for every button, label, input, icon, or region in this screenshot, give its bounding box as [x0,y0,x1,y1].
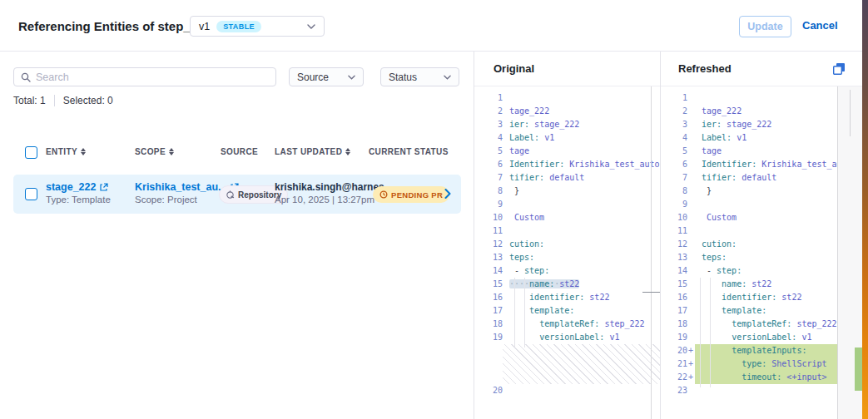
sort-icon [169,148,174,155]
diff-add-mark [687,131,695,145]
scrollbar-track[interactable] [651,86,652,419]
diff-add-mark [687,251,695,264]
page-edge-background [862,0,868,419]
highlighted-text: ····name:·st22 [509,279,579,288]
line-number: 7 [660,171,687,185]
code-line: 5tage [474,145,660,158]
code-line: 6Identifier: Krishika_test_auto [474,158,660,171]
code-text [503,384,660,397]
line-number: 11 [660,224,687,238]
code-line: 15····name:·st22 [474,278,660,291]
table-row[interactable]: stage_222 Type: Template Krishika_test_a… [13,175,461,214]
chevron-down-icon [307,24,315,29]
referencing-entities-drawer: Referencing Entities of step_222 v1 STAB… [0,0,868,419]
code-line: 12cution: [474,238,660,251]
sort-icon [345,148,350,155]
overview-ruler[interactable] [837,86,862,419]
clock-icon [379,190,388,199]
line-number: 10 [474,211,503,224]
indent-guide [710,278,711,387]
divider [54,95,55,106]
line-number: 19 [474,331,503,344]
chevron-down-icon [444,75,451,80]
line-number: 12 [660,238,687,251]
entity-cell: stage_222 Type: Template [46,181,111,206]
code-text: teps: [503,251,660,264]
copy-icon[interactable] [832,62,847,76]
refreshed-editor[interactable]: 12tage_2223ier: stage_2224Label: v15tage… [660,86,868,419]
code-text: ····name:·st22 [503,278,660,291]
line-number: 5 [474,145,503,158]
stable-badge: STABLE [216,21,261,32]
line-number: 18 [660,318,687,331]
diff-add-mark: + [687,344,695,357]
code-line: 13teps: [474,251,660,264]
line-number: 13 [474,251,503,264]
source-filter-dropdown[interactable]: Source [289,67,364,86]
code-text: Custom [503,211,660,224]
refreshed-pane-title: Refreshed [678,62,732,75]
code-text: Identifier: Krishika_test_auto [503,158,660,171]
entity-link[interactable]: stage_222 [46,181,111,194]
code-text: tage_222 [503,105,660,118]
diff-add-mark [687,185,695,198]
code-line: 20 [474,384,660,397]
row-expand-chevron[interactable] [439,185,456,202]
row-checkbox[interactable] [25,188,37,200]
version-select[interactable]: v1 STABLE [190,16,325,37]
diff-add-mark [687,331,695,344]
cancel-button[interactable]: Cancel [802,19,838,32]
diff-body: 12tage_2223ier: stage_2224Label: v15tage… [474,86,868,419]
drawer-header: Referencing Entities of step_222 v1 STAB… [0,0,868,52]
indent-guide [514,278,515,348]
search-icon [21,72,31,82]
indent-guide [700,278,701,387]
code-line: 9 [474,198,660,211]
code-text [503,224,660,238]
version-label: v1 [199,21,210,32]
search-input[interactable] [36,71,269,83]
line-number: 21 [660,357,687,371]
selected-count: Selected: 0 [63,95,113,106]
diff-add-mark [687,105,695,118]
column-header-entity[interactable]: ENTITY [46,147,86,156]
update-button[interactable]: Update [739,16,791,37]
diff-add-mark [687,264,695,278]
code-text: templateRef: step_222 [503,318,660,331]
code-text: tage [503,145,660,158]
line-number: 9 [660,198,687,211]
original-pane-title: Original [494,62,534,75]
code-line: 8 } [474,185,660,198]
scrollbar-thumb[interactable] [850,90,851,136]
original-editor[interactable]: 12tage_2223ier: stage_2224Label: v15tage… [474,86,660,419]
code-text: ier: stage_222 [503,118,660,131]
table-header: ENTITY SCOPE SOURCE LAST UPDATED CURRENT… [0,145,474,160]
diff-add-mark [687,91,695,105]
diff-add-mark: + [687,371,695,384]
code-line: 4Label: v1 [474,131,660,145]
entity-type: Type: Template [46,194,111,206]
line-number: 15 [660,278,687,291]
line-number: 9 [474,198,503,211]
line-number: 11 [474,224,503,238]
column-header-scope[interactable]: SCOPE [135,147,174,156]
code-line: 17 template: [474,304,660,318]
status-badge-label: PENDING PR [391,190,443,200]
diff-add-mark [687,211,695,224]
code-text: versionLabel: v1 [503,331,660,344]
repository-icon [226,190,235,200]
code-text: Label: v1 [503,131,660,145]
search-box[interactable] [13,67,276,86]
column-header-last-updated[interactable]: LAST UPDATED [275,147,350,156]
diff-add-mark [687,384,695,397]
code-text: identifier: st22 [503,291,660,304]
original-code: 12tage_2223ier: stage_2224Label: v15tage… [474,91,660,397]
diff-headers: Original Refreshed [474,52,868,86]
line-number: 8 [660,185,687,198]
select-all-checkbox[interactable] [25,146,37,159]
status-filter-dropdown[interactable]: Status [380,67,459,86]
diff-add-mark [687,198,695,211]
entities-list-panel: Source Status Total: 1 Selected: 0 ENTIT… [0,52,474,419]
diff-placeholder-hatch [503,344,660,384]
line-number: 18 [474,318,503,331]
